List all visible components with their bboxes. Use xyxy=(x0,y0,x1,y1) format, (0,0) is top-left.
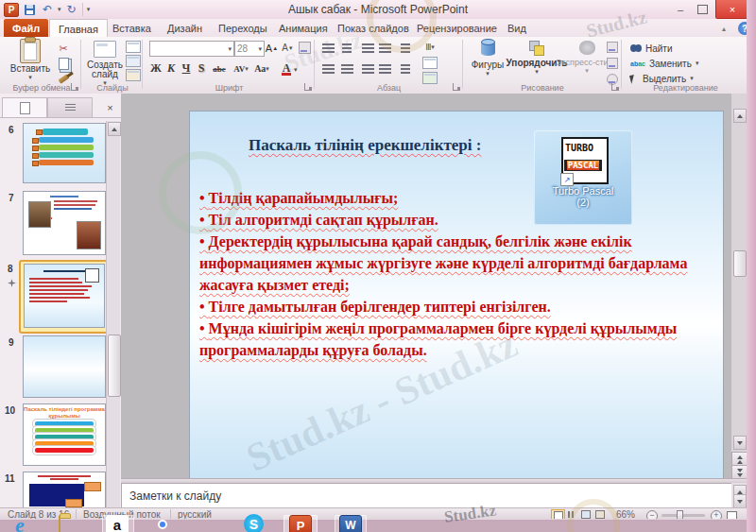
font-size-select[interactable]: 28▾ xyxy=(234,41,265,57)
layout-button[interactable] xyxy=(126,41,141,53)
collapse-ribbon-icon[interactable]: ▴ xyxy=(722,25,726,33)
text-direction-button[interactable]: Ⅲ▾ xyxy=(421,41,439,54)
slide-body-textbox[interactable]: Тілдің қарапайымдылығы; Тіл алгоритмді с… xyxy=(199,187,698,361)
scroll-up-button[interactable] xyxy=(733,109,747,123)
increase-indent-button[interactable] xyxy=(377,42,392,54)
shrink-font-button[interactable]: A▼ xyxy=(281,41,295,55)
copy-button[interactable] xyxy=(57,57,70,70)
tab-home[interactable]: Главная xyxy=(49,19,108,38)
slide-7-thumbnail[interactable] xyxy=(23,191,106,255)
decrease-indent-button[interactable] xyxy=(360,42,375,54)
slide-11-thumbnail[interactable] xyxy=(23,472,106,508)
font-color-button[interactable]: А xyxy=(280,61,293,76)
minimize-button[interactable]: – xyxy=(671,0,690,18)
thumbnail-number: 9 xyxy=(9,337,14,348)
align-left-button[interactable] xyxy=(320,62,335,75)
editor-scrollbar-thumb[interactable] xyxy=(733,250,747,277)
thumbnail-scrollbar-thumb[interactable] xyxy=(108,335,121,397)
numbering-button[interactable] xyxy=(339,42,354,54)
chevron-down-icon: ▾ xyxy=(258,45,262,53)
slide-thumbnail-panel: × 6 7 8 xyxy=(0,94,122,507)
replace-button[interactable]: abac Заменить ▾ xyxy=(630,57,734,70)
quick-styles-dropdown-icon: ▾ xyxy=(585,67,589,75)
slide-10-thumbnail[interactable]: Паскаль тіліндегі программа құрылымы xyxy=(23,403,106,466)
scroll-down-button[interactable] xyxy=(733,436,747,450)
taskbar-internet-explorer-icon[interactable]: e xyxy=(15,513,25,532)
align-right-button[interactable] xyxy=(360,62,375,75)
notes-scroll-down-button[interactable] xyxy=(733,494,747,508)
grow-font-button[interactable]: A▲ xyxy=(265,41,279,55)
reset-slide-button[interactable] xyxy=(126,55,141,67)
shape-fill-button[interactable] xyxy=(607,42,618,53)
tab-view[interactable]: Вид xyxy=(499,19,535,37)
slide-8-thumbnail[interactable] xyxy=(24,264,105,328)
taskbar-powerpoint-icon[interactable]: P xyxy=(289,515,312,532)
panel-tab-strip: × xyxy=(0,97,121,118)
align-center-icon xyxy=(341,64,353,74)
maximize-button[interactable] xyxy=(693,0,712,18)
paragraph-dialog-launcher[interactable] xyxy=(453,83,460,91)
slide-title[interactable]: Паскаль тілінің ерекшеліктері : xyxy=(249,136,481,155)
thumbnail-scroll-up-button[interactable] xyxy=(108,122,121,136)
taskbar-amigo-icon[interactable]: a xyxy=(106,515,129,532)
tab-file[interactable]: Файл xyxy=(4,19,48,37)
slide-9-thumbnail[interactable] xyxy=(23,335,106,398)
shape-outline-icon xyxy=(607,58,618,69)
character-spacing-button[interactable]: AV▾ xyxy=(232,61,249,76)
thumbnail-scrollbar[interactable] xyxy=(106,121,120,507)
tab-transitions[interactable]: Переходы xyxy=(210,19,276,37)
slide-canvas[interactable]: Паскаль тілінің ерекшеліктері : TURBO PA… xyxy=(189,111,724,479)
quick-styles-button[interactable]: Экспресс-стили ▾ xyxy=(565,41,609,75)
paste-dropdown-icon: ▾ xyxy=(28,74,32,81)
drawing-dialog-launcher[interactable] xyxy=(611,83,619,91)
bullets-button[interactable] xyxy=(320,42,335,54)
shapes-button[interactable]: Фигуры ▾ xyxy=(469,41,507,77)
paste-button[interactable]: Вставить ▾ xyxy=(9,39,51,81)
notes-scrollbar[interactable] xyxy=(731,483,747,507)
shape-outline-button[interactable] xyxy=(607,58,618,69)
taskbar-word-icon[interactable]: W xyxy=(339,515,362,532)
tab-slideshow[interactable]: Показ слайдов xyxy=(329,19,418,37)
tab-outline[interactable] xyxy=(47,97,93,117)
clipboard-dialog-launcher[interactable] xyxy=(71,83,78,91)
font-name-select[interactable]: ▾ xyxy=(149,41,234,57)
close-button[interactable]: × xyxy=(715,0,749,19)
line-spacing-button[interactable] xyxy=(398,42,413,54)
columns-button[interactable] xyxy=(398,62,413,75)
font-color-dropdown-icon[interactable]: ▾ xyxy=(294,66,298,74)
arrange-dropdown-icon: ▾ xyxy=(535,68,539,76)
change-case-button[interactable]: Aa▾ xyxy=(253,61,270,76)
taskbar-explorer-icon[interactable] xyxy=(59,516,60,532)
taskbar-skype-icon[interactable]: S xyxy=(244,514,264,532)
notes-pane[interactable]: Заметки к слайду xyxy=(121,483,733,509)
tab-animations[interactable]: Анимация xyxy=(270,19,336,37)
animation-star-icon[interactable] xyxy=(8,279,16,287)
close-panel-button[interactable]: × xyxy=(103,100,117,114)
new-slide-button[interactable]: Создать слайд ▾ xyxy=(84,41,126,87)
powerpoint-window: P ↶ ▾ ↻ ▾ Ашык сабак - Microsoft PowerPo… xyxy=(0,0,756,532)
font-dialog-launcher[interactable] xyxy=(304,83,312,91)
zoom-slider-track[interactable] xyxy=(662,514,705,517)
find-button[interactable]: Найти xyxy=(630,42,734,55)
copy-icon xyxy=(59,58,69,70)
align-center-button[interactable] xyxy=(339,62,354,75)
bold-button[interactable]: Ж xyxy=(149,61,163,76)
align-text-button[interactable] xyxy=(422,57,438,69)
layout-icon xyxy=(126,41,141,53)
tab-insert[interactable]: Вставка xyxy=(104,19,160,37)
slide-sorter-icon xyxy=(568,511,576,518)
tab-design[interactable]: Дизайн xyxy=(159,19,211,37)
slide-6-thumbnail[interactable] xyxy=(23,123,106,183)
section-button[interactable] xyxy=(126,69,141,81)
justify-button[interactable] xyxy=(377,62,392,75)
editor-scrollbar[interactable] xyxy=(730,94,747,507)
tab-slides-thumbnails[interactable] xyxy=(2,97,47,117)
cut-button[interactable]: ✂ xyxy=(55,42,72,55)
quick-styles-icon xyxy=(579,41,595,55)
tab-review[interactable]: Рецензирование xyxy=(408,19,506,37)
clear-formatting-button[interactable] xyxy=(298,41,312,55)
underline-button[interactable]: Ч xyxy=(180,61,193,76)
italic-button[interactable]: К xyxy=(164,61,178,76)
strikethrough-button[interactable]: abc xyxy=(210,61,229,76)
text-shadow-button[interactable]: S xyxy=(195,61,208,76)
